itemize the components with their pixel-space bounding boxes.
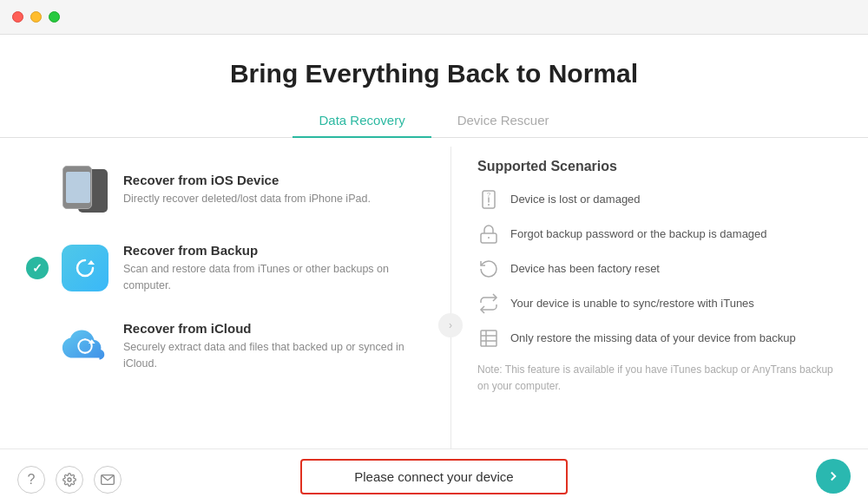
backup-title: Recover from Backup [123,243,426,258]
close-button[interactable] [12,11,23,23]
hero-title: Bring Everything Back to Normal [230,59,638,88]
settings-button[interactable] [56,466,83,494]
option-ios-device[interactable]: Recover from iOS Device Directly recover… [52,155,433,225]
svg-text:?: ? [487,191,491,199]
ios-device-desc: Directly recover deleted/lost data from … [123,191,371,207]
connect-device-button[interactable]: Please connect your device [300,459,567,494]
lost-damaged-text: Device is lost or damaged [510,188,641,208]
factory-reset-icon [477,258,500,280]
main-content: Bring Everything Back to Normal Data Rec… [0,35,868,504]
ios-device-text: Recover from iOS Device Directly recover… [123,173,371,207]
ios-device-icon [59,164,111,216]
factory-reset-text: Device has been factory reset [510,258,660,278]
svg-point-12 [68,478,71,481]
backup-icon [59,242,111,294]
forgot-password-icon [477,223,500,245]
missing-data-text: Only restore the missing data of your de… [510,327,796,347]
tab-data-recovery[interactable]: Data Recovery [293,106,431,138]
lost-damaged-icon: ? [477,188,500,211]
scenario-sync-restore: Your device is unable to sync/restore wi… [477,292,842,315]
mail-button[interactable] [94,466,122,494]
next-button[interactable] [816,459,851,494]
backup-text: Recover from Backup Scan and restore dat… [123,243,426,294]
note-text: Note: This feature is available if you h… [477,362,842,395]
icloud-desc: Securely extract data and files that bac… [123,339,426,372]
bottom-left-icons: ? [17,466,122,494]
sync-restore-icon [477,292,500,315]
scenario-factory-reset: Device has been factory reset [477,258,842,280]
icloud-text: Recover from iCloud Securely extract dat… [123,321,426,372]
scenario-missing-data: Only restore the missing data of your de… [477,327,842,350]
option-backup[interactable]: ✓ Recover from Backup Scan and restore d… [52,233,433,303]
supported-scenarios-heading: Supported Scenarios [477,159,842,174]
forgot-password-text: Forgot backup password or the backup is … [510,223,767,243]
title-bar [0,0,868,35]
panel-divider-arrow: › [438,313,463,337]
icloud-icon [59,320,111,372]
backup-desc: Scan and restore data from iTunes or oth… [123,261,426,294]
ios-device-title: Recover from iOS Device [123,173,371,187]
help-button[interactable]: ? [17,466,45,494]
maximize-button[interactable] [49,11,60,23]
tab-bar: Data Recovery Device Rescuer [0,106,868,138]
sync-restore-text: Your device is unable to sync/restore wi… [510,292,754,312]
icloud-title: Recover from iCloud [123,321,426,336]
bottom-bar: Please connect your device ? [0,448,868,504]
svg-rect-8 [481,331,496,346]
option-icloud[interactable]: Recover from iCloud Securely extract dat… [52,311,433,381]
selected-checkmark: ✓ [26,257,49,279]
svg-point-7 [488,237,490,239]
svg-marker-0 [88,260,95,265]
minimize-button[interactable] [30,11,42,23]
scenario-lost-damaged: ? Device is lost or damaged [477,188,842,211]
missing-data-icon [477,327,500,350]
scenario-forgot-password: Forgot backup password or the backup is … [477,223,842,245]
tab-device-rescuer[interactable]: Device Rescuer [431,106,575,138]
